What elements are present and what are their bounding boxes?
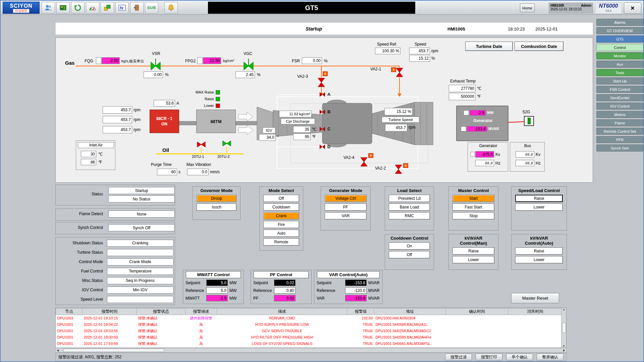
exit-area-button[interactable] — [130, 2, 144, 13]
kv-kvar-man-button[interactable]: Raise — [452, 247, 494, 255]
generator-mode-button[interactable]: Voltage Ctrl — [325, 195, 367, 202]
home-button[interactable]: Home — [520, 3, 535, 12]
scroll-up-icon[interactable]: ▲ — [562, 308, 565, 311]
alarm-action-button[interactable]: 单个确认 — [506, 354, 533, 360]
alarm-row[interactable]: DPU1001 2025-12-01 17:59:59 报警,未确认 高 LOS… — [56, 341, 562, 347]
cooldown-button[interactable]: Off — [389, 251, 430, 258]
mode-select-button[interactable]: Auto — [263, 230, 299, 237]
alarm-level: 硬件故障报警 — [185, 315, 217, 321]
load-select-button[interactable]: RMC — [389, 212, 430, 220]
kv-kvar-auto-button[interactable]: Raise — [515, 247, 563, 255]
sidebar-item[interactable]: FSR Control — [596, 86, 643, 93]
value-row-label: Setpoint — [185, 281, 206, 285]
mode-select-button[interactable]: Cooldown — [263, 203, 299, 211]
alarm-column-header[interactable]: 确认时间 — [446, 308, 508, 315]
sidebar-item[interactable]: Alarms — [596, 19, 643, 26]
governor-mode-button[interactable]: Droop — [197, 195, 236, 202]
alarm-column-header[interactable]: 报警描述 — [185, 308, 217, 315]
fqg-quality-box — [96, 57, 101, 64]
gen-mw-unit: MW — [487, 111, 494, 115]
indicator-row: MAX Raise — [187, 89, 220, 96]
sidebar-item[interactable]: GT OVERVIEW — [596, 27, 643, 34]
generator-block: -2.5 MW Generator -153.8 MVAR — [456, 106, 508, 141]
speed-load-button[interactable]: Raise — [515, 195, 563, 202]
alarm-column-header[interactable]: 节点 — [56, 308, 83, 315]
generator-mode-button[interactable]: PF — [325, 203, 367, 211]
alarm-bell-button[interactable] — [164, 2, 178, 13]
alarm-ack-time — [446, 315, 508, 321]
comp-temp-c-unit: ℃ — [312, 127, 316, 132]
alarm-action-button[interactable]: 报警过滤 — [445, 354, 472, 360]
kv-kvar-man-button[interactable]: Lower — [452, 256, 494, 263]
hardware-button[interactable] — [56, 2, 70, 13]
alarm-row[interactable]: DPU1001 2025-12-01 18:03:55 报警,未确认 高 GCV… — [56, 328, 562, 334]
mode-select-button[interactable]: Crank — [263, 212, 299, 220]
mwatt-control-title: MWATT Control — [186, 271, 241, 278]
meter-button[interactable] — [86, 2, 99, 13]
generator-mode-title: Generater Mode — [321, 187, 370, 193]
groups-button[interactable] — [101, 2, 114, 13]
generator-panel: Generator -375.0 Kv ##.# Hz — [468, 142, 508, 172]
sidebar-item[interactable]: Tests — [596, 69, 643, 76]
alarm-row[interactable]: DPU1001 2025-12-01 18:04:22 报警,未确认 高 HYD… — [56, 321, 562, 328]
users-button[interactable] — [42, 2, 55, 13]
alarm-row[interactable]: DPU1003 2025-12-01 18:10:15 报警,未确认 硬件故障报… — [56, 315, 562, 321]
generator-mode-button[interactable]: VAR — [325, 212, 367, 220]
alarm-column-header[interactable]: 地址 — [374, 308, 446, 315]
rpm-unit-3: rpm — [133, 127, 141, 132]
sidebar-item[interactable]: Start-Up — [596, 77, 643, 84]
sidebar-item[interactable]: Motors — [596, 111, 643, 118]
scrollbar-thumb[interactable] — [562, 323, 566, 333]
master-reset-button[interactable]: Master Reset — [511, 293, 559, 303]
master-control-button[interactable]: Start — [452, 195, 494, 202]
scroll-right-icon[interactable]: ▶ — [563, 349, 566, 352]
alarm-column-header[interactable]: 报警时间 — [83, 308, 137, 315]
sidebar-item[interactable]: Synch Gen — [596, 144, 643, 152]
kv-kvar-auto-button[interactable]: Lower — [515, 256, 563, 263]
combustion-date-button[interactable]: Combustion Date — [515, 42, 564, 51]
mode-select-button[interactable]: Off — [263, 195, 299, 202]
alarm-column-header[interactable]: 报警状态 — [137, 308, 185, 315]
function-button[interactable]: fx — [115, 2, 129, 13]
master-control-button[interactable]: Stop — [452, 212, 494, 220]
sidebar-item[interactable]: Control — [596, 44, 643, 51]
sidebar-item[interactable]: GT5 — [596, 36, 643, 43]
sidebar-item[interactable]: Flame — [596, 119, 643, 126]
sidebar-item[interactable]: IGV Control — [596, 103, 643, 110]
status-row-label: Speed Level — [57, 297, 107, 302]
alarm-vertical-scrollbar[interactable]: ▲ ▼ — [561, 308, 566, 348]
bus-panel-title: Bus — [510, 143, 545, 148]
alarm-column-header[interactable]: 描述 — [217, 308, 347, 315]
turbine-date-button[interactable]: Turbine Date — [465, 42, 513, 51]
alarm-horizontal-scrollbar[interactable]: ◀ ▶ — [55, 348, 567, 353]
alarm-column-header[interactable]: 报警值 — [347, 308, 374, 315]
load-select-button[interactable]: Base Load — [389, 203, 430, 211]
alarm-action-button[interactable]: 整屏确认 — [537, 354, 564, 360]
close-button[interactable]: ✕ — [624, 2, 641, 14]
cooldown-button[interactable]: On — [389, 242, 430, 250]
sidebar-item[interactable]: PFR — [596, 136, 643, 143]
sciyon-logo: SCIYON 科远智慧 — [3, 2, 40, 14]
speed-load-button[interactable]: Lower — [515, 203, 563, 211]
sub-button[interactable]: SUB — [145, 2, 158, 13]
master-control-button[interactable]: Fast Start — [452, 203, 494, 211]
alarm-row[interactable]: DPU1001 2025-12-01 18:00:59 报警,未确认 高 HYD… — [56, 334, 562, 341]
refresh-button[interactable] — [71, 2, 85, 13]
nav-sidebar: Alarms GT OVERVIEW GT5 Control Monitor A… — [596, 19, 643, 153]
sidebar-item[interactable]: Monitor — [596, 52, 643, 59]
scroll-left-icon[interactable]: ◀ — [56, 349, 59, 352]
breaker-52g-symbol[interactable] — [524, 116, 534, 126]
toolbar-icons: fx SUB — [42, 2, 178, 13]
sidebar-item[interactable]: Aux — [596, 61, 643, 68]
load-select-button[interactable]: Preselect Ld — [389, 195, 430, 202]
mode-select-button[interactable]: Fire — [263, 221, 299, 228]
alarm-column-header[interactable]: 消失时间 — [508, 308, 562, 315]
hscrollbar-thumb[interactable] — [63, 349, 164, 352]
alarm-action-button[interactable]: 报警打印 — [476, 354, 502, 360]
scroll-down-icon[interactable]: ▼ — [562, 345, 565, 348]
governor-mode-button[interactable]: Isoch — [197, 203, 236, 211]
sidebar-item[interactable]: Gen/Exciter — [596, 94, 643, 101]
mode-select-button[interactable]: Remote — [263, 238, 299, 246]
status-row-value: Crank Mode — [107, 258, 173, 265]
sidebar-item[interactable]: Remote Control Set — [596, 128, 643, 135]
